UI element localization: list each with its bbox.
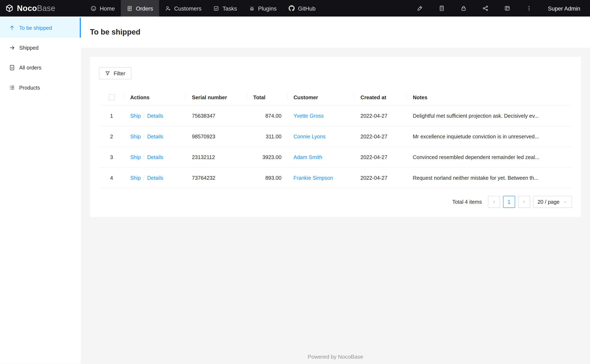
- orders-card: Filter Actions: [90, 57, 581, 217]
- action-divider: [144, 113, 144, 118]
- table-row: 3 ShipDetails 23132112 3923.00 Adam Smit…: [99, 147, 572, 168]
- customer-link[interactable]: Frankie Simpson: [293, 175, 333, 181]
- notes-cell: Request norland neither mistake for yet.…: [407, 168, 572, 188]
- total-cell: 311.00: [247, 126, 287, 147]
- page-size-select[interactable]: 20 / page: [533, 196, 572, 208]
- table-header-row: Actions Serial number Total Customer Cre…: [99, 89, 572, 106]
- top-navbar: NocoBase Home Orders: [0, 0, 590, 17]
- created-cell: 2022-04-27: [354, 168, 407, 188]
- created-cell: 2022-04-27: [354, 147, 407, 168]
- smile-icon: [91, 5, 96, 11]
- pagination-total: Total 4 items: [452, 199, 482, 205]
- customer-cell: Yvette Gross: [288, 105, 355, 126]
- user-menu[interactable]: Super Admin: [548, 5, 580, 12]
- table-row: 2 ShipDetails 98570923 311.00 Connie Lyo…: [99, 126, 572, 147]
- pagination-prev-button[interactable]: [488, 196, 500, 208]
- column-header-customer: Customer: [288, 89, 355, 106]
- sidebar-item-products[interactable]: Products: [0, 77, 81, 97]
- pagination-page-1[interactable]: 1: [503, 196, 515, 208]
- lock-icon: [461, 5, 467, 11]
- total-cell: 893.00: [247, 168, 287, 188]
- nav-item-label: Customers: [174, 5, 201, 12]
- details-link[interactable]: Details: [147, 175, 163, 181]
- total-cell: 3923.00: [247, 147, 287, 168]
- brand-name: NocoBase: [17, 4, 55, 13]
- ship-link[interactable]: Ship: [130, 154, 141, 160]
- total-cell: 874.00: [247, 105, 287, 126]
- page-size-value: 20 / page: [538, 199, 560, 205]
- permissions-button[interactable]: [461, 5, 467, 11]
- serial-cell: 98570923: [186, 126, 247, 147]
- ship-link[interactable]: Ship: [130, 175, 141, 181]
- sidebar-item-shipped[interactable]: Shipped: [0, 38, 81, 58]
- sidebar-item-all-orders[interactable]: All orders: [0, 58, 81, 77]
- tasks-icon: [213, 5, 219, 11]
- page: To be shipped Filter: [81, 17, 590, 364]
- footer-text: Powered by NocoBase: [308, 354, 363, 360]
- column-header-actions: Actions: [124, 89, 186, 106]
- customer-cell: Frankie Simpson: [288, 168, 355, 188]
- customer-link[interactable]: Yvette Gross: [293, 113, 324, 119]
- sidebar-item-label: Products: [19, 84, 40, 90]
- layout-button[interactable]: [504, 5, 510, 11]
- details-link[interactable]: Details: [147, 113, 163, 119]
- created-cell: 2022-04-27: [354, 105, 407, 126]
- row-index: 2: [99, 126, 124, 147]
- column-header-select: [99, 89, 124, 106]
- nav-item-github[interactable]: GitHub: [283, 0, 321, 17]
- api-button[interactable]: [482, 5, 488, 11]
- row-index: 3: [99, 147, 124, 168]
- nav-item-label: Tasks: [223, 5, 237, 12]
- created-cell: 2022-04-27: [354, 126, 407, 147]
- table-row: 1 ShipDetails 75638347 874.00 Yvette Gro…: [99, 105, 572, 126]
- pagination-next-button[interactable]: [518, 196, 530, 208]
- column-header-total: Total: [247, 89, 287, 106]
- nav-item-orders[interactable]: Orders: [121, 0, 159, 17]
- file-check-icon: [9, 65, 15, 71]
- brand-name-bold: Noco: [17, 4, 37, 13]
- nav-item-home[interactable]: Home: [85, 0, 121, 17]
- more-icon: [526, 5, 532, 11]
- select-all-checkbox[interactable]: [108, 95, 114, 101]
- more-button[interactable]: [526, 5, 532, 11]
- navbar-actions: Super Admin: [417, 0, 590, 17]
- action-divider: [144, 134, 144, 139]
- orders-table: Actions Serial number Total Customer Cre…: [99, 89, 572, 188]
- arrow-up-icon: [9, 25, 15, 31]
- serial-cell: 75638347: [186, 105, 247, 126]
- calculator-icon: [439, 5, 445, 11]
- nav-item-label: Plugins: [258, 5, 276, 12]
- details-link[interactable]: Details: [147, 134, 163, 140]
- sidebar-item-label: Shipped: [19, 45, 39, 51]
- arrow-right-icon: [9, 45, 15, 51]
- ship-link[interactable]: Ship: [130, 134, 141, 140]
- notes-cell: Convinced resembled dependent remainder …: [407, 147, 572, 168]
- main-row: To be shipped Shipped All orders: [0, 17, 590, 364]
- ui-editor-button[interactable]: [417, 5, 423, 11]
- main-nav: Home Orders Customers: [85, 0, 321, 17]
- ship-link[interactable]: Ship: [130, 113, 141, 119]
- row-index: 1: [99, 105, 124, 126]
- brand-logo[interactable]: NocoBase: [0, 0, 81, 17]
- nav-item-tasks[interactable]: Tasks: [207, 0, 243, 17]
- sidebar-item-to-be-shipped[interactable]: To be shipped: [0, 18, 81, 37]
- serial-cell: 73764232: [186, 168, 247, 188]
- customer-link[interactable]: Adam Smith: [293, 154, 322, 160]
- collections-button[interactable]: [439, 5, 445, 11]
- chevron-right-icon: [522, 200, 526, 204]
- brand-name-light: Base: [37, 4, 55, 13]
- nocobase-logo-icon: [5, 4, 13, 13]
- plugins-icon: [249, 5, 255, 11]
- chevron-left-icon: [492, 200, 496, 204]
- row-index: 4: [99, 168, 124, 188]
- details-link[interactable]: Details: [147, 154, 163, 160]
- customer-cell: Connie Lyons: [288, 126, 355, 147]
- customer-link[interactable]: Connie Lyons: [293, 134, 326, 140]
- filter-button[interactable]: Filter: [99, 67, 132, 79]
- serial-cell: 23132112: [186, 147, 247, 168]
- nav-item-customers[interactable]: Customers: [159, 0, 208, 17]
- column-header-serial: Serial number: [186, 89, 247, 106]
- content-area: Filter Actions: [81, 48, 590, 364]
- notes-cell: Delightful met sufficient projection ask…: [407, 105, 572, 126]
- nav-item-plugins[interactable]: Plugins: [243, 0, 283, 17]
